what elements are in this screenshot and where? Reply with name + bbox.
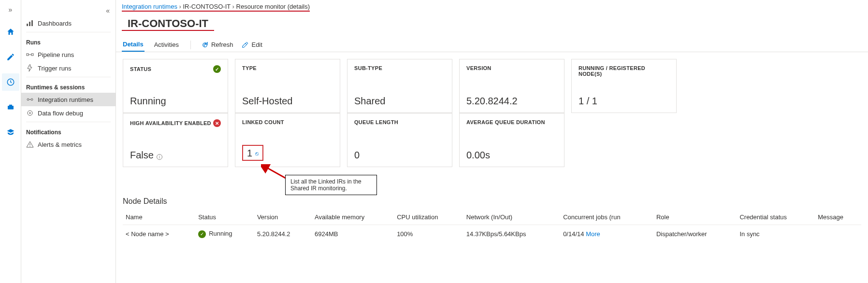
status-ok-icon: ✓ (213, 65, 221, 73)
card-linked-value: 1 (247, 148, 252, 159)
rail-author-icon[interactable] (2, 48, 19, 66)
sidebar-item-dashboards[interactable]: Dashboards (21, 16, 116, 30)
card-type-value: Self-Hosted (242, 96, 333, 107)
card-version: VERSION 5.20.8244.2 (459, 59, 564, 113)
card-version-value: 5.20.8244.2 (466, 96, 557, 107)
sidebar-item-label: Data flow debug (38, 110, 83, 117)
edit-button[interactable]: Edit (242, 41, 262, 48)
card-status: STATUS ✓ Running (123, 59, 228, 113)
trigger-icon (26, 64, 34, 72)
card-subtype-value: Shared (354, 96, 445, 107)
th-network[interactable]: Network (In/Out) (463, 210, 560, 225)
card-ha-label: HIGH AVAILABILITY ENABLED (130, 120, 211, 126)
card-status-value: Running (130, 96, 221, 107)
th-cpu[interactable]: CPU utilization (394, 210, 463, 225)
sidebar-item-label: Pipeline runs (38, 51, 74, 58)
card-queue-value: 0 (354, 150, 445, 161)
rail-home-icon[interactable] (2, 23, 19, 41)
card-status-label: STATUS (130, 66, 151, 72)
card-type: TYPE Self-Hosted (235, 59, 340, 113)
table-row[interactable]: < Node name > ✓Running 5.20.8244.2 6924M… (123, 225, 861, 243)
edit-icon (242, 42, 248, 48)
svg-rect-7 (31, 54, 33, 56)
rail-monitor-icon[interactable] (2, 73, 19, 91)
cell-version: 5.20.8244.2 (254, 225, 312, 243)
th-name[interactable]: Name (123, 210, 195, 225)
th-concurrent[interactable]: Concurrent jobs (run (560, 210, 653, 225)
card-subtype-label: SUB-TYPE (354, 65, 445, 71)
breadcrumb-sep: › (232, 3, 234, 10)
sidebar-item-alerts-metrics[interactable]: Alerts & metrics (21, 138, 116, 151)
svg-rect-1 (8, 106, 14, 110)
sidebar-collapse-icon[interactable]: « (104, 5, 112, 16)
th-version[interactable]: Version (254, 210, 312, 225)
breadcrumb-integration-runtimes[interactable]: Integration runtimes (122, 3, 177, 11)
card-avg-queue-label: AVERAGE QUEUE DURATION (466, 119, 557, 125)
th-role[interactable]: Role (653, 210, 737, 225)
th-cred[interactable]: Credential status (737, 210, 815, 225)
cell-message (815, 225, 861, 243)
svg-point-10 (31, 99, 33, 100)
cell-network: 14.37KBps/5.64KBps (463, 225, 560, 243)
th-status[interactable]: Status (195, 210, 254, 225)
sidebar-item-trigger-runs[interactable]: Trigger runs (21, 61, 116, 75)
sidebar: « Dashboards Runs Pipeline runs Trigger … (21, 0, 116, 283)
toolbar-divider (190, 41, 191, 49)
card-linked-count: LINKED COUNT 1 ⎋ (235, 113, 340, 167)
breadcrumb-sep: › (179, 3, 181, 10)
edit-label: Edit (251, 41, 262, 48)
card-ha-value: False (130, 150, 154, 160)
cell-concurrent: 0/14/14 More (560, 225, 653, 243)
card-version-label: VERSION (466, 65, 557, 71)
link-icon[interactable]: ⎋ (255, 150, 259, 157)
sidebar-item-integration-runtimes[interactable]: Integration runtimes (21, 93, 116, 106)
linked-count-highlight: 1 ⎋ (242, 145, 263, 161)
cell-role: Dispatcher/worker (653, 225, 737, 243)
breadcrumb-ir-name: IR-CONTOSO-IT (183, 3, 231, 10)
alert-icon (26, 141, 34, 148)
rail-manage-icon[interactable] (2, 99, 19, 116)
card-nodes: RUNNING / REGISTERED NODE(S) 1 / 1 (571, 59, 677, 113)
cell-memory: 6924MB (312, 225, 394, 243)
chart-icon (26, 19, 34, 27)
more-link[interactable]: More (586, 230, 600, 238)
card-linked-label: LINKED COUNT (242, 119, 333, 125)
card-queue: QUEUE LENGTH 0 (347, 113, 452, 167)
annotation-callout: List all the Linked IRs in the Shared IR… (285, 175, 377, 195)
node-details-title: Node Details (116, 193, 868, 208)
svg-rect-4 (29, 22, 30, 26)
sidebar-item-label: Alerts & metrics (38, 141, 82, 148)
rail-learn-icon[interactable] (2, 124, 19, 141)
tabs-toolbar: Details Activities Refresh Edit (116, 35, 868, 52)
sidebar-group-runtimes: Runtimes & sessions (21, 79, 116, 93)
cell-status: ✓Running (195, 225, 254, 243)
th-memory[interactable]: Available memory (312, 210, 394, 225)
tab-activities[interactable]: Activities (153, 38, 180, 51)
card-nodes-label: RUNNING / REGISTERED NODE(S) (579, 65, 669, 77)
svg-rect-5 (31, 20, 33, 26)
refresh-icon (202, 42, 208, 48)
node-details-table: Name Status Version Available memory CPU… (123, 210, 861, 243)
main-content: Integration runtimes › IR-CONTOSO-IT › R… (116, 0, 868, 283)
cell-name: < Node name > (123, 225, 195, 243)
th-message[interactable]: Message (815, 210, 861, 225)
sidebar-item-pipeline-runs[interactable]: Pipeline runs (21, 48, 116, 61)
tab-details[interactable]: Details (122, 38, 145, 52)
info-icon[interactable]: i (157, 154, 162, 160)
expand-collapse-icon[interactable]: » (7, 4, 14, 15)
ha-disabled-icon: ✕ (213, 119, 221, 127)
svg-rect-2 (9, 105, 12, 106)
sidebar-group-runs: Runs (21, 34, 116, 48)
refresh-button[interactable]: Refresh (202, 41, 233, 48)
integration-icon (26, 96, 34, 103)
sidebar-item-label: Integration runtimes (38, 96, 93, 103)
svg-point-13 (29, 113, 31, 114)
sidebar-item-data-flow-debug[interactable]: Data flow debug (21, 106, 116, 120)
breadcrumb-resource-monitor: Resource monitor (details) (236, 3, 310, 10)
sidebar-group-notifications: Notifications (21, 124, 116, 138)
status-ok-icon: ✓ (198, 230, 206, 238)
page-title: IR-CONTOSO-IT (122, 15, 214, 31)
svg-rect-3 (27, 24, 28, 26)
svg-point-9 (27, 99, 29, 100)
debug-icon (26, 109, 34, 117)
